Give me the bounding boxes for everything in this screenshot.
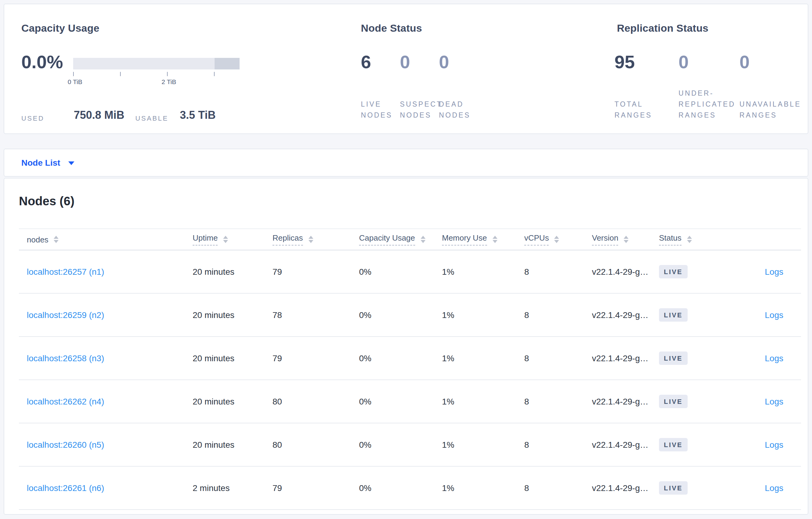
status-badge: LIVE xyxy=(659,352,688,365)
capacity-usable-label: USABLE xyxy=(135,115,168,122)
version-cell: v22.1.4-29-g… xyxy=(592,267,659,277)
uptime-cell: 20 minutes xyxy=(193,397,272,406)
capacity-used-value: 750.8 MiB xyxy=(74,109,124,122)
status-badge: LIVE xyxy=(659,481,688,495)
uptime-cell: 20 minutes xyxy=(193,267,272,277)
column-header-replicas[interactable]: Replicas xyxy=(272,233,359,245)
node-list-dropdown[interactable]: Node List xyxy=(21,158,75,167)
dead-nodes-label: DEAD NODES xyxy=(439,99,471,121)
node-link[interactable]: localhost:26260 (n5) xyxy=(27,440,104,450)
node-status-title: Node Status xyxy=(361,23,422,35)
column-header-capacity-usage[interactable]: Capacity Usage xyxy=(359,233,442,245)
under-replicated-ranges-value: 0 xyxy=(678,53,689,71)
memory-cell: 1% xyxy=(442,310,524,320)
sort-icon xyxy=(309,236,313,243)
sort-icon xyxy=(492,236,497,243)
node-link[interactable]: localhost:26262 (n4) xyxy=(27,397,104,406)
capacity-cell: 0% xyxy=(359,483,442,493)
logs-link[interactable]: Logs xyxy=(765,310,783,320)
capacity-cell: 0% xyxy=(359,310,442,320)
status-badge: LIVE xyxy=(659,438,688,451)
table-header-row: nodes Uptime Replicas Capacity Usage Mem… xyxy=(19,228,801,250)
vcpus-cell: 8 xyxy=(524,267,592,277)
vcpus-cell: 8 xyxy=(524,483,592,493)
sort-icon xyxy=(54,236,59,243)
table-row: localhost:26259 (n2) 20 minutes 78 0% 1%… xyxy=(19,294,801,337)
status-badge: LIVE xyxy=(659,395,688,408)
memory-cell: 1% xyxy=(442,440,524,450)
memory-cell: 1% xyxy=(442,397,524,406)
replicas-cell: 79 xyxy=(272,353,359,363)
column-header-uptime[interactable]: Uptime xyxy=(193,233,272,245)
nodes-table-title: Nodes (6) xyxy=(19,194,75,208)
capacity-usable-value: 3.5 TiB xyxy=(180,109,215,122)
suspect-nodes-value: 0 xyxy=(400,53,410,71)
node-link[interactable]: localhost:26259 (n2) xyxy=(27,310,104,320)
capacity-cell: 0% xyxy=(359,353,442,363)
sort-icon xyxy=(223,236,228,243)
memory-cell: 1% xyxy=(442,353,524,363)
view-selector-bar: Node List xyxy=(4,149,808,177)
capacity-usage-bar xyxy=(73,58,239,69)
capacity-used-percent: 0.0% xyxy=(21,53,63,71)
vcpus-cell: 8 xyxy=(524,397,592,406)
capacity-cell: 0% xyxy=(359,440,442,450)
column-header-vcpus[interactable]: vCPUs xyxy=(524,233,592,245)
table-row: localhost:26260 (n5) 20 minutes 80 0% 1%… xyxy=(19,423,801,467)
column-header-memory-use[interactable]: Memory Use xyxy=(442,233,524,245)
capacity-bar-other-segment xyxy=(214,58,239,69)
logs-link[interactable]: Logs xyxy=(765,353,783,363)
capacity-axis-tick xyxy=(120,72,121,76)
replication-status-title: Replication Status xyxy=(617,23,708,35)
replicas-cell: 80 xyxy=(272,397,359,406)
table-row: localhost:26261 (n6) 2 minutes 79 0% 1% … xyxy=(19,467,801,510)
version-cell: v22.1.4-29-g… xyxy=(592,397,659,406)
replicas-cell: 79 xyxy=(272,483,359,493)
capacity-axis-tick-label: 0 TiB xyxy=(68,78,82,85)
column-header-version[interactable]: Version xyxy=(592,233,659,245)
vcpus-cell: 8 xyxy=(524,440,592,450)
logs-link[interactable]: Logs xyxy=(765,267,783,277)
nodes-table: nodes Uptime Replicas Capacity Usage Mem… xyxy=(19,228,801,510)
cluster-overview-page: Capacity Usage 0.0% 0 TiB 2 TiB USED 750… xyxy=(0,0,812,519)
logs-link[interactable]: Logs xyxy=(765,483,783,493)
column-header-status[interactable]: Status xyxy=(659,233,726,245)
capacity-cell: 0% xyxy=(359,397,442,406)
total-ranges-value: 95 xyxy=(614,53,635,71)
capacity-axis-tick-label: 2 TiB xyxy=(162,78,176,85)
replicas-cell: 78 xyxy=(272,310,359,320)
live-nodes-value: 6 xyxy=(361,53,371,71)
logs-link[interactable]: Logs xyxy=(765,397,783,406)
vcpus-cell: 8 xyxy=(524,310,592,320)
nodes-table-card: Nodes (6) nodes Uptime Replicas Capacity… xyxy=(4,178,808,515)
capacity-axis-tick xyxy=(167,72,168,76)
chevron-down-icon xyxy=(68,161,75,165)
node-link[interactable]: localhost:26257 (n1) xyxy=(27,267,104,277)
node-link[interactable]: localhost:26258 (n3) xyxy=(27,353,104,363)
unavailable-ranges-label: UNAVAILABLE RANGES xyxy=(740,99,801,121)
memory-cell: 1% xyxy=(442,267,524,277)
node-list-dropdown-label: Node List xyxy=(21,158,60,167)
dead-nodes-value: 0 xyxy=(439,53,449,71)
capacity-usage-title: Capacity Usage xyxy=(21,23,99,35)
memory-cell: 1% xyxy=(442,483,524,493)
suspect-nodes-label: SUSPECT NODES xyxy=(400,99,442,121)
version-cell: v22.1.4-29-g… xyxy=(592,310,659,320)
logs-link[interactable]: Logs xyxy=(765,440,783,450)
sort-icon xyxy=(420,236,426,243)
version-cell: v22.1.4-29-g… xyxy=(592,440,659,450)
uptime-cell: 20 minutes xyxy=(193,440,272,450)
version-cell: v22.1.4-29-g… xyxy=(592,353,659,363)
capacity-used-label: USED xyxy=(21,115,45,122)
node-link[interactable]: localhost:26261 (n6) xyxy=(27,483,104,493)
capacity-axis-tick xyxy=(214,72,214,76)
table-row: localhost:26262 (n4) 20 minutes 80 0% 1%… xyxy=(19,380,801,423)
live-nodes-label: LIVE NODES xyxy=(361,99,393,121)
replicas-cell: 80 xyxy=(272,440,359,450)
sort-icon xyxy=(687,236,692,243)
cluster-summary-card: Capacity Usage 0.0% 0 TiB 2 TiB USED 750… xyxy=(4,4,808,134)
uptime-cell: 2 minutes xyxy=(193,483,272,493)
uptime-cell: 20 minutes xyxy=(193,310,272,320)
status-badge: LIVE xyxy=(659,265,688,278)
column-header-nodes[interactable]: nodes xyxy=(19,235,193,244)
